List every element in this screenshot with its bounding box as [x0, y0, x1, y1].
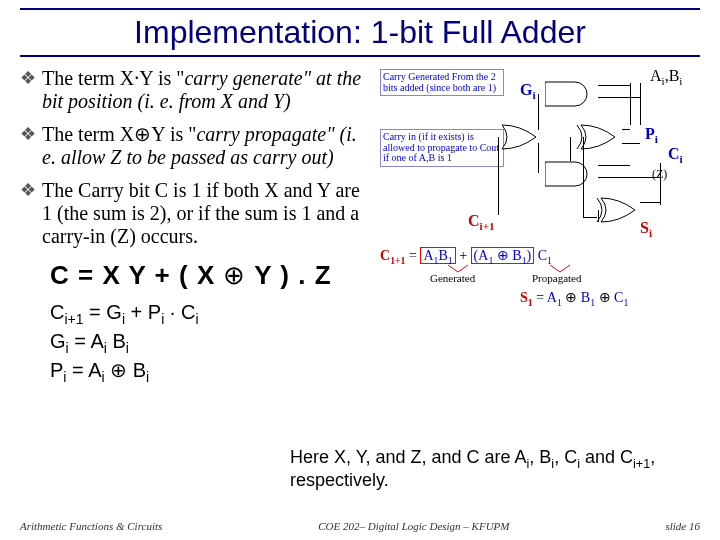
t: , C — [554, 447, 577, 467]
t: i — [532, 89, 535, 101]
variable-mapping-note: Here X, Y, and Z, and C are Ai, Bi, Ci a… — [290, 448, 710, 491]
label-pi: Pi — [645, 125, 658, 145]
t: P — [50, 359, 63, 381]
wire — [583, 217, 597, 218]
t: 1 — [488, 255, 493, 266]
t: C — [380, 248, 390, 263]
and-gate-icon — [545, 159, 600, 189]
wire — [583, 137, 584, 217]
label-si: Si — [640, 219, 652, 239]
wire — [570, 137, 571, 161]
t: 1 — [590, 297, 595, 308]
t: i+1 — [633, 457, 650, 471]
or-gate-icon — [498, 122, 548, 152]
and-gate-icon — [545, 79, 600, 109]
t: i+1 — [480, 220, 495, 232]
t: = G — [84, 301, 122, 323]
footer-right: slide 16 — [665, 520, 700, 532]
main-equation: C = X Y + ( X ⊕ Y ) . Z — [50, 260, 370, 291]
diagram-eq-sum: S1 = A1 ⊕ B1 ⊕ C1 — [520, 289, 628, 308]
t: i — [126, 340, 129, 356]
circuit-diagram: Carry Generated From the 2 bits added (s… — [380, 67, 690, 327]
bullet-1-prefix: The term X·Y is " — [42, 67, 184, 89]
wire — [598, 85, 630, 86]
t: P — [645, 125, 655, 142]
diamond-bullet-icon: ❖ — [20, 179, 36, 248]
t: A — [423, 248, 433, 263]
t: B — [512, 248, 521, 263]
text-column: ❖ The term X·Y is "carry generate" at th… — [20, 67, 370, 387]
bullet-2: ❖ The term X⊕Y is "carry propagate" (i. … — [20, 123, 370, 169]
bullet-1-text: The term X·Y is "carry generate" at the … — [42, 67, 370, 113]
wire — [640, 83, 641, 125]
t: 1 — [623, 297, 628, 308]
eq-generate: Gi = Ai Bi — [50, 328, 370, 357]
t: i+1 — [64, 311, 83, 327]
wire — [598, 210, 599, 222]
t: = A — [66, 359, 101, 381]
t: , B — [529, 447, 551, 467]
t: ⊕ — [497, 248, 509, 263]
equation-block: Ci+1 = Gi + Pi · Ci Gi = Ai Bi Pi = Ai ⊕… — [50, 299, 370, 387]
title-top-rule — [20, 8, 700, 10]
t: ,B — [665, 67, 680, 84]
footer-left: Arithmetic Functions & Circuits — [20, 520, 162, 532]
t: + P — [125, 301, 161, 323]
content-area: ❖ The term X·Y is "carry generate" at th… — [0, 67, 720, 387]
t: i — [649, 227, 652, 239]
label-cout: Ci+1 — [468, 212, 495, 232]
t: and C — [580, 447, 633, 467]
t: C — [50, 301, 64, 323]
wire — [630, 83, 631, 125]
wire — [660, 163, 661, 205]
xor-gate-icon — [575, 122, 635, 152]
t: = A — [69, 330, 104, 352]
t: i — [655, 133, 658, 145]
bullet-1-term: carry generate — [184, 67, 302, 89]
t: C — [668, 145, 680, 162]
wire — [498, 137, 499, 215]
t: B — [581, 290, 590, 305]
footer-center: COE 202– Digital Logic Design – KFUPM — [318, 520, 509, 532]
eq-carry: Ci+1 = Gi + Pi · Ci — [50, 299, 370, 328]
arrow-icon — [438, 264, 478, 274]
t: A — [650, 67, 662, 84]
t: ) — [527, 248, 532, 263]
t: C — [468, 212, 480, 229]
label-ci: Ci — [668, 145, 683, 165]
label-gi: Gi — [520, 81, 536, 101]
t: i — [146, 369, 149, 385]
t: G — [50, 330, 66, 352]
wire — [538, 94, 539, 130]
t: A — [547, 290, 557, 305]
input-label-ab: Ai,Bi — [650, 67, 682, 87]
wire — [622, 129, 630, 130]
t: i — [195, 311, 198, 327]
wire — [598, 165, 630, 166]
bullet-2-prefix: The term X⊕Y is " — [42, 123, 196, 145]
annotation-generate: Carry Generated From the 2 bits added (s… — [380, 69, 504, 96]
t: G — [520, 81, 532, 98]
t: B — [107, 330, 126, 352]
bullet-2-text: The term X⊕Y is "carry propagate" (i. e.… — [42, 123, 370, 169]
eq-propagate: Pi = Ai ⊕ Bi — [50, 357, 370, 386]
t: 1 — [528, 297, 533, 308]
title-bottom-rule — [20, 55, 700, 57]
diamond-bullet-icon: ❖ — [20, 67, 36, 113]
diagram-column: Carry Generated From the 2 bits added (s… — [370, 67, 700, 387]
slide-title: Implementation: 1-bit Full Adder — [0, 14, 720, 51]
t: Here X, Y, and Z, and C are A — [290, 447, 526, 467]
wire — [538, 143, 539, 173]
t: = — [409, 248, 417, 263]
t: ⊕ B — [105, 359, 146, 381]
wire — [598, 97, 640, 98]
annotation-propagate: Carry in (if it exists) is allowed to pr… — [380, 129, 504, 167]
arrow-icon — [540, 264, 580, 274]
t: S — [640, 219, 649, 236]
t: B — [438, 248, 447, 263]
diagram-eq-carry: C1+1 = A1B1 + (A1 ⊕ B1) C1 — [380, 247, 690, 266]
bullet-1: ❖ The term X·Y is "carry generate" at th… — [20, 67, 370, 113]
wire — [640, 202, 660, 203]
bullet-2-term: carry propagate — [196, 123, 326, 145]
t: i — [680, 153, 683, 165]
